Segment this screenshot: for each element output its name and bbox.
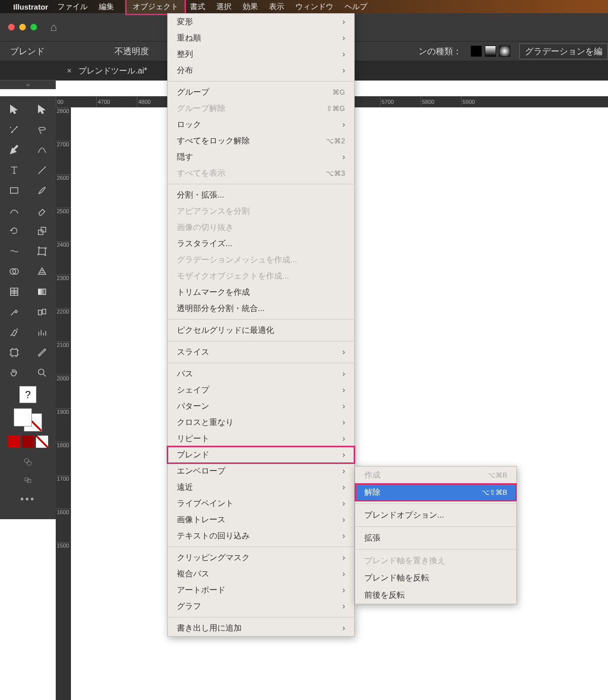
menu-item[interactable]: ピクセルグリッドに最適化 [168, 322, 354, 338]
chevron-right-icon: › [343, 152, 345, 162]
svg-rect-3 [39, 248, 45, 255]
menu-file[interactable]: ファイル [57, 2, 88, 12]
edit-gradient-button[interactable]: グラデーションを編 [519, 44, 608, 59]
more-tools-icon[interactable]: ••• [20, 489, 35, 509]
symbol-sprayer-tool-icon[interactable] [0, 322, 28, 342]
menu-effect[interactable]: 効果 [243, 2, 258, 12]
mesh-tool-icon[interactable] [0, 282, 28, 302]
app-name: Illustrator [13, 3, 48, 11]
magic-wand-tool-icon[interactable] [0, 120, 28, 140]
screen-mode-icon[interactable] [0, 453, 56, 471]
fill-stroke-control[interactable] [14, 408, 42, 432]
close-window-icon[interactable] [8, 24, 15, 30]
menu-item[interactable]: 分布› [168, 62, 354, 79]
menu-item[interactable]: 隠す› [168, 149, 354, 165]
submenu-item[interactable]: 解除⌥⇧⌘B [355, 484, 516, 501]
slice-tool-icon[interactable] [28, 342, 56, 363]
menu-item[interactable]: 変形› [168, 14, 354, 30]
menu-view[interactable]: 表示 [269, 2, 284, 12]
menu-item[interactable]: グループ⌘G [168, 84, 354, 100]
fill-swatch[interactable] [14, 408, 32, 426]
zoom-tool-icon[interactable] [28, 363, 56, 383]
artboard-tool-icon[interactable] [0, 342, 28, 363]
menu-item[interactable]: ロック› [168, 116, 354, 133]
menu-item[interactable]: クリッピングマスク› [168, 550, 354, 566]
menu-item[interactable]: ブレンド› [168, 447, 354, 463]
menu-item[interactable]: クロスと重なり› [168, 414, 354, 431]
gradient-radial-icon[interactable] [499, 46, 510, 57]
menu-item[interactable]: トリムマークを作成 [168, 284, 354, 300]
tool-label: ブレンド [10, 46, 45, 57]
swatch-none-icon[interactable] [36, 436, 48, 448]
menu-item[interactable]: 書き出し用に追加› [168, 620, 354, 636]
shaper-tool-icon[interactable] [0, 201, 28, 221]
gradient-none-icon[interactable] [471, 46, 482, 57]
perspective-tool-icon[interactable] [28, 261, 56, 282]
type-tool-icon[interactable] [0, 160, 28, 180]
submenu-item[interactable]: 拡張 [355, 529, 516, 547]
paintbrush-tool-icon[interactable] [28, 180, 56, 201]
direct-selection-tool-icon[interactable] [28, 99, 56, 120]
rotate-tool-icon[interactable] [0, 221, 28, 241]
eyedropper-tool-icon[interactable] [0, 302, 28, 322]
width-tool-icon[interactable] [0, 241, 28, 261]
submenu-item[interactable]: ブレンド軸を反転 [355, 569, 516, 587]
traffic-lights [8, 24, 37, 30]
menu-item[interactable]: 透明部分を分割・統合... [168, 300, 354, 317]
menu-item[interactable]: 遠近› [168, 479, 354, 495]
hand-tool-icon[interactable] [0, 363, 28, 383]
shape-builder-tool-icon[interactable] [0, 261, 28, 282]
selection-tool-icon[interactable] [0, 99, 28, 120]
menu-item[interactable]: 複合パス› [168, 566, 354, 582]
draw-mode-icon[interactable] [0, 471, 56, 489]
menu-select[interactable]: 選択 [216, 2, 232, 12]
minimize-window-icon[interactable] [19, 24, 26, 30]
menu-item[interactable]: リピート› [168, 431, 354, 447]
menu-item[interactable]: 重ね順› [168, 30, 354, 46]
chevron-right-icon: › [343, 347, 345, 357]
scale-tool-icon[interactable] [28, 221, 56, 241]
home-icon[interactable]: ⌂ [50, 21, 57, 34]
menu-help[interactable]: ヘルプ [345, 2, 367, 12]
gradient-linear-icon[interactable] [485, 46, 496, 57]
svg-rect-9 [42, 309, 45, 314]
curvature-tool-icon[interactable] [28, 140, 56, 160]
menu-item[interactable]: ラスタライズ... [168, 236, 354, 252]
menu-window[interactable]: ウィンドウ [295, 2, 333, 12]
swatch-color-icon[interactable] [8, 436, 20, 448]
zoom-window-icon[interactable] [30, 24, 37, 30]
menu-item[interactable]: すべてをロック解除⌥⌘2 [168, 133, 354, 149]
submenu-item[interactable]: ブレンドオプション... [355, 507, 516, 524]
menu-type[interactable]: 書式 [190, 2, 205, 12]
pen-tool-icon[interactable] [0, 140, 28, 160]
menu-item[interactable]: テキストの回り込み› [168, 528, 354, 544]
menu-item[interactable]: パターン› [168, 398, 354, 414]
menu-item[interactable]: 分割・拡張... [168, 187, 354, 203]
chevron-right-icon: › [343, 531, 345, 540]
eraser-tool-icon[interactable] [28, 201, 56, 221]
lasso-tool-icon[interactable] [28, 120, 56, 140]
rectangle-tool-icon[interactable] [0, 180, 28, 201]
menu-item[interactable]: スライス› [168, 344, 354, 360]
tab-document[interactable]: ブレンドツール.ai* [79, 66, 147, 76]
column-graph-tool-icon[interactable] [28, 322, 56, 342]
menu-item[interactable]: エンベロープ› [168, 463, 354, 479]
menu-edit[interactable]: 編集 [99, 2, 114, 12]
gradient-tool-icon[interactable] [28, 282, 56, 302]
panel-collapse-icon[interactable]: ‹‹ [0, 80, 56, 89]
menu-item[interactable]: 整列› [168, 46, 354, 62]
menu-item[interactable]: シェイプ› [168, 382, 354, 398]
menu-item[interactable]: アートボード› [168, 582, 354, 598]
free-transform-tool-icon[interactable] [28, 241, 56, 261]
submenu-item[interactable]: 前後を反転 [355, 587, 516, 604]
blend-tool-icon[interactable] [28, 302, 56, 322]
menu-item[interactable]: 画像トレース› [168, 512, 354, 528]
menu-item[interactable]: パス› [168, 366, 354, 382]
menu-item[interactable]: ライブペイント› [168, 495, 354, 512]
tab-close-icon[interactable]: × [67, 66, 71, 75]
swatch-gradient-icon[interactable] [22, 436, 34, 448]
line-tool-icon[interactable] [28, 160, 56, 180]
tool-help-icon[interactable]: ? [19, 386, 36, 403]
svg-point-12 [24, 458, 28, 462]
menu-item[interactable]: グラフ› [168, 598, 354, 614]
